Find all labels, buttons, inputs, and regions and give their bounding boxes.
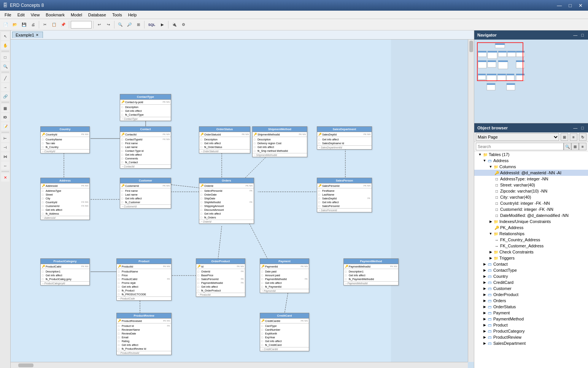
tree-contacttype[interactable]: ▶ 🗃 ContactType [474, 267, 588, 273]
tree-indexes-address[interactable]: ▶ 📁 Indexes/Unique Constraints [474, 218, 588, 225]
tb-paste[interactable]: 📌 [59, 21, 67, 29]
tree-tables-root[interactable]: ▼ 📁 Tables (17) [474, 151, 588, 158]
close-button[interactable]: ✕ [576, 2, 585, 9]
tb-settings[interactable]: ⚙ [179, 21, 188, 29]
tb-open[interactable]: 📂 [11, 21, 19, 29]
tree-col-zipcode[interactable]: □ Zipcode: varchar(10) -NN [474, 188, 588, 194]
tree-col-addressid[interactable]: 🔑 AddressId: @d_masterid -NN -AI [474, 170, 588, 176]
ob-list-btn[interactable]: ≡ [579, 143, 586, 150]
tree-salesdepartment[interactable]: ▶ 🗃 SalesDepartment [474, 340, 588, 346]
tool-search[interactable]: 🔍 [1, 62, 10, 70]
menu-tools[interactable]: Tools [109, 12, 125, 18]
tree-col-countryid[interactable]: □ CountryId: integer -FK -NN [474, 200, 588, 206]
ob-icon-btn-3[interactable]: ↻ [579, 133, 586, 141]
minimize-button[interactable]: — [555, 2, 564, 9]
doc-tab-close[interactable]: ✕ [36, 33, 39, 37]
tb-sql[interactable]: SQL [146, 21, 157, 29]
tool-table[interactable]: ▦ [1, 104, 10, 112]
tb-copy[interactable]: 📋 [50, 21, 58, 29]
orderproduct-toggle[interactable]: ▶ [482, 292, 487, 297]
navigator-restore[interactable]: □ [580, 32, 585, 38]
tree-pk-address[interactable]: 🔑 PK_Address [474, 225, 588, 231]
tree-col-datemodified[interactable]: □ DateModified: @d_datemodified -NN [474, 212, 588, 218]
tool-er1[interactable]: ⊢ [1, 134, 10, 142]
maximize-button[interactable]: □ [566, 2, 574, 9]
zoom-input[interactable]: 40% [71, 21, 92, 29]
menu-bookmark[interactable]: Bookmark [43, 12, 68, 18]
tool-rect[interactable]: □ [1, 53, 10, 61]
doc-tab-example1[interactable]: Example1 ✕ [12, 32, 43, 38]
tree-payment[interactable]: ▶ 🗃 Payment [474, 310, 588, 316]
ob-minimize[interactable]: — [572, 125, 578, 131]
menu-file[interactable]: File [2, 12, 14, 18]
tb-redo[interactable]: ↪ [104, 21, 113, 29]
tree-rel-country[interactable]: ↔ FK_Country_Address [474, 237, 588, 243]
tree-checks-address[interactable]: ▶ 📁 Check Constraints [474, 249, 588, 255]
tree-orderstatus[interactable]: ▶ 🗃 OrderStatus [474, 304, 588, 310]
tree-contact[interactable]: ▶ 🗃 Contact [474, 261, 588, 267]
erd-table-orders[interactable]: Orders 🔑OrderIdPK NN □SelectPersonIdFK □… [199, 178, 254, 224]
tool-note[interactable]: 📝 [1, 122, 10, 131]
erd-table-contacttype[interactable]: ContactType 🔑Contact-ty-poldPK NN □Descr… [120, 94, 171, 121]
tb-zoom-out[interactable]: 🔎 [125, 21, 133, 29]
tb-run[interactable]: ▶ [158, 21, 167, 29]
tree-col-street[interactable]: □ Street: varchar(40) [474, 182, 588, 188]
erd-table-salesdepartment[interactable]: SalesDepartment 🔑SalesDeptIdPK NN □Get i… [317, 126, 372, 150]
tree-rel-customer[interactable]: ↔ FK_Customer_Address [474, 243, 588, 249]
erd-table-shipmentmethod[interactable]: ShipmentMethod 🔑ShipmentMethodIdPK NN □D… [252, 126, 307, 157]
tool-hand[interactable]: ✋ [1, 41, 10, 49]
tb-zoom-in[interactable]: 🔍 [116, 21, 124, 29]
h-scrollbar-thumb[interactable] [18, 363, 33, 367]
menu-edit[interactable]: Edit [14, 12, 28, 18]
tool-id[interactable]: ID [1, 113, 10, 121]
indexes-toggle[interactable]: ▶ [488, 219, 493, 224]
canvas-area[interactable]: ContactType 🔑Contact-ty-poldPK NN □Descr… [11, 40, 474, 368]
tb-undo[interactable]: ↩ [95, 21, 103, 29]
tool-arrow[interactable]: → [1, 83, 10, 91]
salesdepartment-toggle[interactable]: ▶ [482, 341, 487, 346]
navigator-content[interactable] [474, 40, 588, 123]
tree-product[interactable]: ▶ 🗃 Product [474, 322, 588, 328]
productreview-toggle[interactable]: ▶ [482, 335, 487, 340]
orderstatus-toggle[interactable]: ▶ [482, 304, 487, 309]
tree-orders[interactable]: ▶ 🗃 Orders [474, 298, 588, 304]
tree-triggers-address[interactable]: ▶ 📁 Triggers [474, 255, 588, 261]
tb-save[interactable]: 💾 [20, 21, 28, 29]
tree-col-addresstype[interactable]: □ AddressType: integer -NN [474, 176, 588, 182]
erd-table-country[interactable]: Country 🔑CountryIdPK NN □CountryName □Ta… [40, 126, 90, 153]
contacttype-toggle[interactable]: ▶ [482, 268, 487, 273]
orders-toggle[interactable]: ▶ [482, 298, 487, 303]
erd-table-salesperson[interactable]: SalesPerson 🔑SalesPersonIdPK NN □FirstNa… [317, 178, 372, 212]
navigator-minimize[interactable]: — [572, 32, 578, 38]
search-input[interactable] [476, 143, 564, 150]
tree-country[interactable]: ▶ 🗃 Country [474, 273, 588, 279]
h-scrollbar[interactable] [11, 362, 468, 368]
erd-table-orderproduct[interactable]: OrderProduct 🔑IdPK NN □OrderIdFK □BasePr… [196, 258, 245, 297]
tree-columns-address[interactable]: ▼ 📁 Columns [474, 164, 588, 170]
menu-model[interactable]: Model [68, 12, 85, 18]
productcategory-toggle[interactable]: ▶ [482, 328, 487, 334]
tb-connect[interactable]: 🔌 [170, 21, 178, 29]
tree-relationships-address[interactable]: ▼ 📁 Relationships [474, 231, 588, 237]
erd-table-contact[interactable]: Contact 🔑ContactIdPK NN □ContactTypeIdFK… [120, 126, 171, 169]
erd-table-orderstatus[interactable]: OrderStatus 🔑OrderStatusIdPK NN □Descrip… [199, 126, 250, 153]
tb-cut[interactable]: ✂ [41, 21, 49, 29]
tree-col-customerid[interactable]: □ CustomerId: integer -FK -NN [474, 206, 588, 212]
tree-col-city[interactable]: □ City: varchar(40) [474, 194, 588, 200]
address-toggle[interactable]: ▼ [482, 158, 487, 163]
columns-toggle[interactable]: ▼ [488, 164, 493, 169]
tool-line[interactable]: ╱ [1, 74, 10, 82]
erd-table-paymentmethod[interactable]: PaymentMethod 🔑PaymentMethodIdPK NN □Des… [343, 258, 399, 285]
menu-database[interactable]: Database [85, 12, 109, 18]
tool-delete[interactable]: ✕ [1, 173, 10, 182]
country-toggle[interactable]: ▶ [482, 274, 487, 279]
erd-table-productcategory[interactable]: ProductCategory 🔑ProductCatIdPK NN □Desc… [40, 258, 90, 285]
tree-paymentmethod[interactable]: ▶ 🗃 PaymentMethod [474, 316, 588, 322]
tables-toggle[interactable]: ▼ [477, 152, 483, 157]
erd-table-payment[interactable]: Payment 🔑PaymentIdPK NN □Date paid □Amou… [260, 258, 309, 293]
tree-orderproduct[interactable]: ▶ 🗃 OrderProduct [474, 292, 588, 298]
erd-table-product[interactable]: Product 🔑ProductIdPK NN □ProductName □Pr… [116, 258, 172, 301]
ob-grid-btn[interactable]: ⊞ [571, 143, 579, 150]
creditcard-toggle[interactable]: ▶ [482, 280, 487, 285]
v-scrollbar[interactable] [468, 40, 474, 362]
